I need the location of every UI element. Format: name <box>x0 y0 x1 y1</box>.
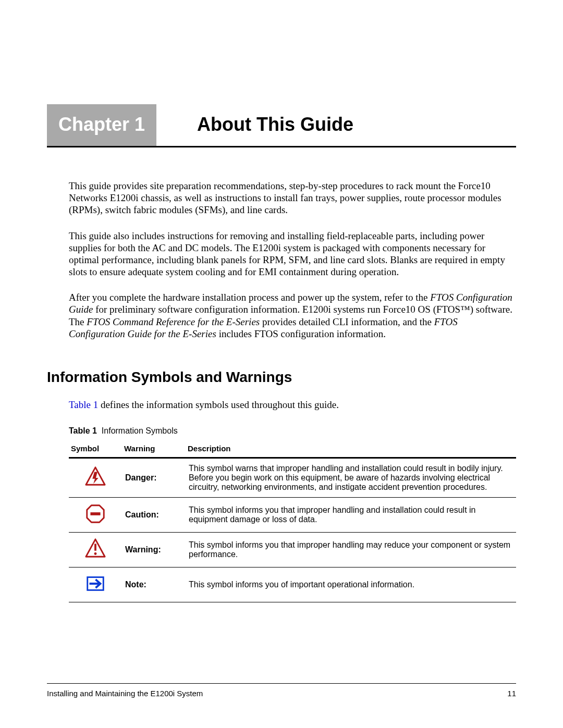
warning-label-cell: Note: <box>122 567 186 602</box>
table-row: Note: This symbol informs you of importa… <box>69 567 516 602</box>
table-header-symbol: Symbol <box>69 441 122 458</box>
warning-icon <box>84 538 106 560</box>
table-header-description: Description <box>186 441 516 458</box>
intro-paragraph-3: After you complete the hardware installa… <box>69 291 516 340</box>
warning-label-cell: Caution: <box>122 497 186 532</box>
page-footer: Installing and Maintaining the E1200i Sy… <box>47 683 516 698</box>
table-cross-reference[interactable]: Table 1 <box>69 399 98 410</box>
warning-label-cell: Danger: <box>122 458 186 497</box>
footer-doc-title: Installing and Maintaining the E1200i Sy… <box>47 689 203 698</box>
information-symbols-table: Symbol Warning Description <box>69 441 516 602</box>
description-cell: This symbol informs you that improper ha… <box>186 532 516 567</box>
description-cell: This symbol warns that improper handling… <box>186 458 516 497</box>
warning-label-cell: Warning: <box>122 532 186 567</box>
text-run: After you complete the hardware installa… <box>69 292 430 303</box>
intro-paragraph-1: This guide provides site preparation rec… <box>69 180 516 216</box>
table-caption-text: Information Symbols <box>102 426 178 435</box>
symbol-cell <box>69 497 122 532</box>
caution-icon <box>84 503 106 525</box>
intro-paragraph-2: This guide also includes instructions fo… <box>69 230 516 278</box>
table-row: Caution: This symbol informs you that im… <box>69 497 516 532</box>
table-caption: Table 1 Information Symbols <box>69 426 516 436</box>
table-header-row: Symbol Warning Description <box>69 441 516 458</box>
svg-point-5 <box>94 552 97 555</box>
chapter-title: About This Guide <box>156 104 353 146</box>
symbol-cell <box>69 567 122 602</box>
section-intro: Table 1 defines the information symbols … <box>69 399 516 411</box>
symbol-cell <box>69 532 122 567</box>
note-icon <box>84 573 106 595</box>
description-cell: This symbol informs you of important ope… <box>186 567 516 602</box>
footer-page-number: 11 <box>507 689 516 698</box>
description-cell: This symbol informs you that improper ha… <box>186 497 516 532</box>
table-header-warning: Warning <box>122 441 186 458</box>
svg-rect-4 <box>94 544 96 550</box>
table-row: Danger: This symbol warns that improper … <box>69 458 516 497</box>
symbol-cell <box>69 458 122 497</box>
chapter-badge: Chapter 1 <box>47 104 156 146</box>
text-run: includes FTOS configuration information. <box>216 328 386 339</box>
svg-rect-2 <box>90 512 100 515</box>
chapter-header: Chapter 1 About This Guide <box>47 104 516 147</box>
section-heading: Information Symbols and Warnings <box>47 369 516 386</box>
reference-italic: FTOS Command Reference for the E-Series <box>87 316 260 327</box>
danger-icon <box>84 466 106 488</box>
table-row: Warning: This symbol informs you that im… <box>69 532 516 567</box>
table-caption-label: Table 1 <box>69 426 97 435</box>
text-run: provides detailed CLI information, and t… <box>260 316 434 327</box>
text-run: defines the information symbols used thr… <box>98 399 339 410</box>
